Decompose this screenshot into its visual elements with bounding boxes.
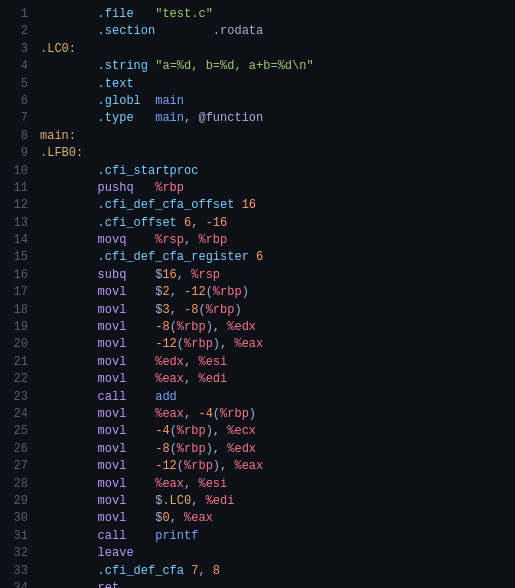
code-line: movl -8(%rbp), %edx [40, 441, 515, 458]
kw-normal [155, 24, 213, 38]
kw-num: 6 [256, 250, 263, 264]
kw-num: 16 [242, 198, 256, 212]
kw-normal: ), [213, 337, 235, 351]
kw-instr: movl [40, 303, 126, 317]
kw-normal: ( [177, 337, 184, 351]
kw-reg: %rbp [177, 320, 206, 334]
kw-normal: , [170, 285, 184, 299]
code-line: movl %eax, -4(%rbp) [40, 406, 515, 423]
line-number: 14 [0, 232, 28, 249]
kw-normal: $ [126, 303, 162, 317]
code-line: movl %eax, %esi [40, 476, 515, 493]
code-line: movl $0, %eax [40, 510, 515, 527]
code-line: .file "test.c" [40, 6, 515, 23]
kw-normal [134, 181, 156, 195]
kw-reg: %rbp [184, 459, 213, 473]
kw-num: 16 [162, 268, 176, 282]
code-line: movl $2, -12(%rbp) [40, 284, 515, 301]
line-number: 9 [0, 145, 28, 162]
kw-directive: .cfi_def_cfa [40, 564, 184, 578]
kw-instr: movl [40, 320, 126, 334]
code-line: .LC0: [40, 41, 515, 58]
code-line: .cfi_offset 6, -16 [40, 215, 515, 232]
kw-reg: %edx [227, 320, 256, 334]
kw-num: -8 [155, 320, 169, 334]
kw-directive: .type [40, 111, 134, 125]
kw-instr: call [40, 390, 126, 404]
kw-reg: %rbp [184, 337, 213, 351]
line-number: 10 [0, 163, 28, 180]
line-number: 31 [0, 528, 28, 545]
kw-reg: %esi [198, 355, 227, 369]
kw-normal: $ [126, 494, 162, 508]
line-number: 26 [0, 441, 28, 458]
kw-normal: ), [206, 320, 228, 334]
kw-normal: , [191, 216, 205, 230]
kw-normal: ), [213, 459, 235, 473]
kw-instr: movl [40, 477, 126, 491]
kw-normal: , [170, 303, 184, 317]
kw-normal [134, 111, 156, 125]
kw-func: printf [155, 529, 198, 543]
kw-normal: , [177, 268, 191, 282]
kw-reg: %edi [206, 494, 235, 508]
kw-num: 3 [162, 303, 169, 317]
line-number: 18 [0, 302, 28, 319]
kw-instr: leave [40, 546, 134, 560]
kw-reg: %rsp [155, 233, 184, 247]
kw-instr: movl [40, 372, 126, 386]
kw-instr: call [40, 529, 126, 543]
kw-normal [141, 94, 155, 108]
kw-instr: movl [40, 407, 126, 421]
kw-label: .LFB0: [40, 146, 83, 160]
code-line: pushq %rbp [40, 180, 515, 197]
kw-reg: %rbp [213, 285, 242, 299]
kw-string-lit: "test.c" [155, 7, 213, 21]
kw-normal: $ [126, 511, 162, 525]
kw-normal: ( [213, 407, 220, 421]
kw-normal: , [184, 233, 198, 247]
code-line: movl $3, -8(%rbp) [40, 302, 515, 319]
kw-instr: movl [40, 355, 126, 369]
line-number: 12 [0, 197, 28, 214]
line-numbers: 1234567891011121314151617181920212223242… [0, 6, 36, 588]
line-number: 7 [0, 110, 28, 127]
code-line: call printf [40, 528, 515, 545]
line-number: 21 [0, 354, 28, 371]
line-number: 15 [0, 249, 28, 266]
code-line: .cfi_def_cfa_offset 16 [40, 197, 515, 214]
kw-directive: .globl [40, 94, 141, 108]
code-line: .string "a=%d, b=%d, a+b=%d\n" [40, 58, 515, 75]
kw-normal [126, 337, 155, 351]
kw-normal [126, 442, 155, 456]
kw-instr: movl [40, 424, 126, 438]
code-content: .file "test.c" .section .rodata.LC0: .st… [36, 6, 515, 588]
kw-instr: movl [40, 459, 126, 473]
kw-num: 0 [162, 511, 169, 525]
kw-instr: movl [40, 511, 126, 525]
kw-reg: %ecx [227, 424, 256, 438]
kw-string-lit: "a=%d, b=%d, a+b=%d\n" [155, 59, 313, 73]
code-line: movl $.LC0, %edi [40, 493, 515, 510]
kw-normal: ( [177, 459, 184, 473]
line-number: 17 [0, 284, 28, 301]
line-number: 8 [0, 128, 28, 145]
code-line: .type main, @function [40, 110, 515, 127]
code-line: .LFB0: [40, 145, 515, 162]
kw-num: -4 [198, 407, 212, 421]
kw-instr: movl [40, 442, 126, 456]
kw-directive: .section [40, 24, 155, 38]
kw-reg: %rbp [220, 407, 249, 421]
kw-normal: ), [206, 442, 228, 456]
kw-normal: $ [126, 268, 162, 282]
kw-label: .LC0 [162, 494, 191, 508]
kw-normal [126, 529, 155, 543]
code-line: ret [40, 580, 515, 588]
code-line: .cfi_def_cfa 7, 8 [40, 563, 515, 580]
kw-normal: ) [249, 407, 256, 421]
line-number: 33 [0, 563, 28, 580]
kw-normal [126, 390, 155, 404]
kw-normal [126, 372, 155, 386]
kw-normal: ), [206, 424, 228, 438]
line-number: 5 [0, 76, 28, 93]
